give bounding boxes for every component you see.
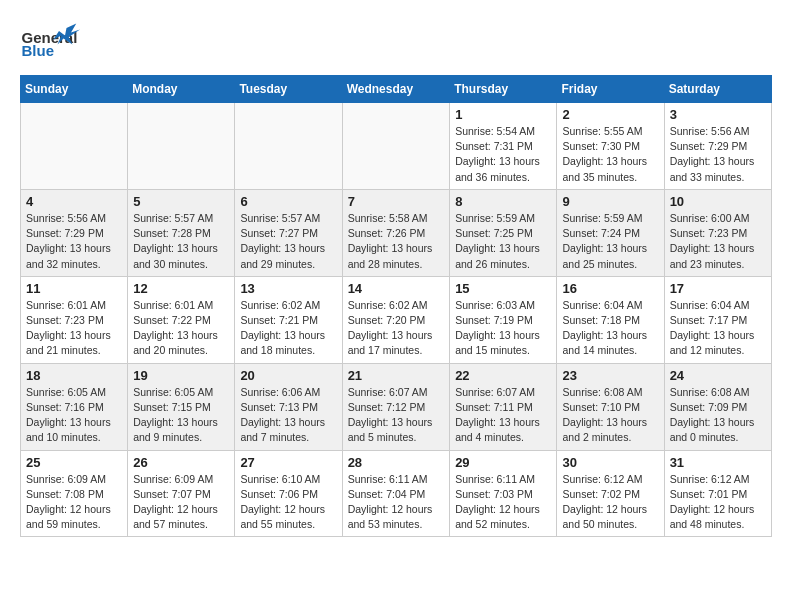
weekday-header-thursday: Thursday: [450, 76, 557, 103]
calendar-day-cell: 22Sunrise: 6:07 AM Sunset: 7:11 PM Dayli…: [450, 363, 557, 450]
weekday-header-saturday: Saturday: [664, 76, 771, 103]
day-number: 6: [240, 194, 336, 209]
weekday-header-wednesday: Wednesday: [342, 76, 450, 103]
day-info: Sunrise: 5:59 AM Sunset: 7:24 PM Dayligh…: [562, 211, 658, 272]
day-info: Sunrise: 6:08 AM Sunset: 7:09 PM Dayligh…: [670, 385, 766, 446]
day-number: 8: [455, 194, 551, 209]
weekday-header-monday: Monday: [128, 76, 235, 103]
calendar-day-cell: 1Sunrise: 5:54 AM Sunset: 7:31 PM Daylig…: [450, 103, 557, 190]
day-number: 31: [670, 455, 766, 470]
calendar-day-cell: 10Sunrise: 6:00 AM Sunset: 7:23 PM Dayli…: [664, 189, 771, 276]
day-number: 23: [562, 368, 658, 383]
calendar-day-cell: 20Sunrise: 6:06 AM Sunset: 7:13 PM Dayli…: [235, 363, 342, 450]
weekday-header-sunday: Sunday: [21, 76, 128, 103]
day-number: 11: [26, 281, 122, 296]
calendar-day-cell: 11Sunrise: 6:01 AM Sunset: 7:23 PM Dayli…: [21, 276, 128, 363]
calendar-day-cell: 18Sunrise: 6:05 AM Sunset: 7:16 PM Dayli…: [21, 363, 128, 450]
svg-text:Blue: Blue: [22, 42, 55, 59]
calendar-week-row: 18Sunrise: 6:05 AM Sunset: 7:16 PM Dayli…: [21, 363, 772, 450]
day-info: Sunrise: 6:10 AM Sunset: 7:06 PM Dayligh…: [240, 472, 336, 533]
calendar-day-cell: 30Sunrise: 6:12 AM Sunset: 7:02 PM Dayli…: [557, 450, 664, 537]
calendar-day-cell: 9Sunrise: 5:59 AM Sunset: 7:24 PM Daylig…: [557, 189, 664, 276]
day-info: Sunrise: 6:05 AM Sunset: 7:15 PM Dayligh…: [133, 385, 229, 446]
calendar-day-cell: 31Sunrise: 6:12 AM Sunset: 7:01 PM Dayli…: [664, 450, 771, 537]
day-info: Sunrise: 6:12 AM Sunset: 7:02 PM Dayligh…: [562, 472, 658, 533]
calendar-week-row: 1Sunrise: 5:54 AM Sunset: 7:31 PM Daylig…: [21, 103, 772, 190]
day-number: 28: [348, 455, 445, 470]
day-number: 15: [455, 281, 551, 296]
calendar-day-cell: 15Sunrise: 6:03 AM Sunset: 7:19 PM Dayli…: [450, 276, 557, 363]
day-info: Sunrise: 6:02 AM Sunset: 7:21 PM Dayligh…: [240, 298, 336, 359]
day-number: 30: [562, 455, 658, 470]
calendar-day-cell: 13Sunrise: 6:02 AM Sunset: 7:21 PM Dayli…: [235, 276, 342, 363]
calendar-day-cell: 19Sunrise: 6:05 AM Sunset: 7:15 PM Dayli…: [128, 363, 235, 450]
day-info: Sunrise: 6:07 AM Sunset: 7:11 PM Dayligh…: [455, 385, 551, 446]
day-info: Sunrise: 6:06 AM Sunset: 7:13 PM Dayligh…: [240, 385, 336, 446]
day-number: 9: [562, 194, 658, 209]
calendar-day-cell: 4Sunrise: 5:56 AM Sunset: 7:29 PM Daylig…: [21, 189, 128, 276]
day-number: 19: [133, 368, 229, 383]
day-number: 13: [240, 281, 336, 296]
day-number: 12: [133, 281, 229, 296]
day-number: 22: [455, 368, 551, 383]
day-info: Sunrise: 6:09 AM Sunset: 7:07 PM Dayligh…: [133, 472, 229, 533]
day-number: 17: [670, 281, 766, 296]
calendar-day-cell: 5Sunrise: 5:57 AM Sunset: 7:28 PM Daylig…: [128, 189, 235, 276]
calendar-week-row: 25Sunrise: 6:09 AM Sunset: 7:08 PM Dayli…: [21, 450, 772, 537]
day-number: 7: [348, 194, 445, 209]
day-number: 10: [670, 194, 766, 209]
day-info: Sunrise: 6:12 AM Sunset: 7:01 PM Dayligh…: [670, 472, 766, 533]
calendar-day-cell: 29Sunrise: 6:11 AM Sunset: 7:03 PM Dayli…: [450, 450, 557, 537]
weekday-header-tuesday: Tuesday: [235, 76, 342, 103]
day-number: 4: [26, 194, 122, 209]
day-number: 25: [26, 455, 122, 470]
day-info: Sunrise: 6:03 AM Sunset: 7:19 PM Dayligh…: [455, 298, 551, 359]
calendar-day-cell: 12Sunrise: 6:01 AM Sunset: 7:22 PM Dayli…: [128, 276, 235, 363]
day-number: 1: [455, 107, 551, 122]
day-info: Sunrise: 6:08 AM Sunset: 7:10 PM Dayligh…: [562, 385, 658, 446]
calendar-day-cell: 25Sunrise: 6:09 AM Sunset: 7:08 PM Dayli…: [21, 450, 128, 537]
day-info: Sunrise: 6:09 AM Sunset: 7:08 PM Dayligh…: [26, 472, 122, 533]
day-info: Sunrise: 6:07 AM Sunset: 7:12 PM Dayligh…: [348, 385, 445, 446]
calendar-day-cell: 17Sunrise: 6:04 AM Sunset: 7:17 PM Dayli…: [664, 276, 771, 363]
calendar-day-cell: 16Sunrise: 6:04 AM Sunset: 7:18 PM Dayli…: [557, 276, 664, 363]
day-number: 16: [562, 281, 658, 296]
calendar-day-cell: 7Sunrise: 5:58 AM Sunset: 7:26 PM Daylig…: [342, 189, 450, 276]
day-info: Sunrise: 6:11 AM Sunset: 7:03 PM Dayligh…: [455, 472, 551, 533]
day-info: Sunrise: 6:00 AM Sunset: 7:23 PM Dayligh…: [670, 211, 766, 272]
calendar-day-cell: 23Sunrise: 6:08 AM Sunset: 7:10 PM Dayli…: [557, 363, 664, 450]
day-number: 20: [240, 368, 336, 383]
day-number: 21: [348, 368, 445, 383]
day-number: 3: [670, 107, 766, 122]
calendar-day-cell: 24Sunrise: 6:08 AM Sunset: 7:09 PM Dayli…: [664, 363, 771, 450]
calendar-day-cell: [342, 103, 450, 190]
calendar-day-cell: 21Sunrise: 6:07 AM Sunset: 7:12 PM Dayli…: [342, 363, 450, 450]
day-info: Sunrise: 5:57 AM Sunset: 7:28 PM Dayligh…: [133, 211, 229, 272]
day-info: Sunrise: 6:01 AM Sunset: 7:23 PM Dayligh…: [26, 298, 122, 359]
calendar-day-cell: 26Sunrise: 6:09 AM Sunset: 7:07 PM Dayli…: [128, 450, 235, 537]
day-info: Sunrise: 6:04 AM Sunset: 7:17 PM Dayligh…: [670, 298, 766, 359]
day-number: 27: [240, 455, 336, 470]
day-info: Sunrise: 5:59 AM Sunset: 7:25 PM Dayligh…: [455, 211, 551, 272]
page-header: General Blue: [20, 20, 772, 65]
calendar-day-cell: 27Sunrise: 6:10 AM Sunset: 7:06 PM Dayli…: [235, 450, 342, 537]
calendar-day-cell: 28Sunrise: 6:11 AM Sunset: 7:04 PM Dayli…: [342, 450, 450, 537]
calendar-day-cell: 6Sunrise: 5:57 AM Sunset: 7:27 PM Daylig…: [235, 189, 342, 276]
day-info: Sunrise: 5:55 AM Sunset: 7:30 PM Dayligh…: [562, 124, 658, 185]
day-number: 24: [670, 368, 766, 383]
day-number: 26: [133, 455, 229, 470]
calendar-day-cell: 8Sunrise: 5:59 AM Sunset: 7:25 PM Daylig…: [450, 189, 557, 276]
calendar-day-cell: [128, 103, 235, 190]
calendar-day-cell: [21, 103, 128, 190]
day-info: Sunrise: 5:58 AM Sunset: 7:26 PM Dayligh…: [348, 211, 445, 272]
day-info: Sunrise: 6:11 AM Sunset: 7:04 PM Dayligh…: [348, 472, 445, 533]
day-number: 18: [26, 368, 122, 383]
logo-icon: General Blue: [20, 20, 80, 65]
day-number: 5: [133, 194, 229, 209]
day-info: Sunrise: 5:57 AM Sunset: 7:27 PM Dayligh…: [240, 211, 336, 272]
day-info: Sunrise: 6:05 AM Sunset: 7:16 PM Dayligh…: [26, 385, 122, 446]
logo: General Blue: [20, 20, 80, 65]
day-number: 2: [562, 107, 658, 122]
calendar-day-cell: 14Sunrise: 6:02 AM Sunset: 7:20 PM Dayli…: [342, 276, 450, 363]
calendar-table: SundayMondayTuesdayWednesdayThursdayFrid…: [20, 75, 772, 537]
